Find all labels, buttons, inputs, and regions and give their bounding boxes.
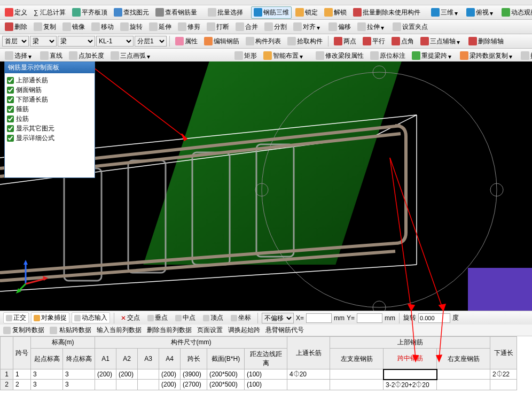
pt-angle-button[interactable]: 点角 (389, 35, 417, 48)
re-extract-button[interactable]: 重提梁跨▾ (409, 50, 456, 62)
cell[interactable]: (200) (159, 369, 181, 380)
cell[interactable] (330, 369, 384, 380)
col-start-elev[interactable]: 起点标高 (31, 349, 63, 369)
cell[interactable]: 1 (13, 369, 31, 380)
selected-cell[interactable] (384, 369, 437, 380)
cell[interactable] (287, 380, 330, 390)
dyn-input-toggle[interactable]: 动态输入 (72, 312, 110, 323)
cell[interactable]: (100) (245, 369, 287, 380)
col-left-sup[interactable]: 左支座钢筋 (330, 349, 384, 369)
col-dim[interactable]: 构件尺寸(mm) (95, 337, 287, 349)
extend-button[interactable]: 延伸 (146, 21, 174, 33)
adjust-start-button[interactable]: 调换起始跨 (228, 326, 260, 335)
col-mid-span[interactable]: 跨中钢筋 (384, 349, 437, 369)
three-pt-button[interactable]: 三点辅轴▾ (418, 35, 465, 48)
member-list-button[interactable]: 构件列表 (243, 35, 284, 48)
col-span-no[interactable]: 跨号 (13, 337, 31, 369)
col-a1[interactable]: A1 (95, 349, 116, 369)
del-aux-button[interactable]: 删除辅轴 (466, 35, 506, 48)
cell[interactable]: 2⏀22 (490, 369, 517, 380)
3d-viewport[interactable]: 钢筋显示控制面板 上部通长筋 侧面钢筋 下部通长筋 箍筋 拉筋 显示其它图元 显… (0, 61, 532, 311)
cell[interactable] (437, 380, 490, 390)
chk-other[interactable]: 显示其它图元 (7, 124, 92, 133)
cell[interactable]: 3 (63, 369, 95, 380)
ortho-toggle[interactable]: 正交 (3, 312, 29, 323)
osnap-toggle[interactable]: 对象捕捉 (31, 312, 69, 323)
cell[interactable]: 3 (31, 380, 63, 390)
cell[interactable] (437, 369, 490, 380)
offset-select[interactable]: 不偏移 (262, 313, 294, 323)
cell[interactable]: 3-2⏀20+2⏀20 (384, 380, 437, 390)
coord-snap[interactable]: 坐标 (228, 312, 254, 324)
paste-span-button[interactable]: 粘贴跨数据 (50, 326, 91, 335)
batch-recog-button[interactable]: 批量识别梁支座 (518, 50, 532, 62)
view-rebar-button[interactable]: 查看钢筋量 (153, 6, 200, 19)
cell[interactable]: (3900) (181, 369, 207, 380)
member-select[interactable]: KL-1 (96, 36, 134, 47)
trim-button[interactable]: 修剪 (175, 21, 203, 33)
category-select[interactable]: 梁 (30, 36, 57, 47)
rebar-3d-button[interactable]: 钢筋三维 (251, 6, 292, 19)
angle-input[interactable] (418, 313, 450, 323)
offset-button[interactable]: 偏移 (326, 21, 354, 33)
rotate-button[interactable]: 旋转 (118, 21, 145, 33)
batch-del-button[interactable]: 批量删除未使用构件 (350, 6, 423, 19)
top-view-button[interactable]: 俯视▾ (464, 6, 498, 19)
span-grid[interactable]: 跨号 标高(m) 构件尺寸(mm) 上通长筋 上部钢筋 下通长 起点标高 终点标… (0, 336, 532, 409)
input-col-button[interactable]: 输入当前列数据 (97, 326, 142, 335)
y-input[interactable] (357, 313, 382, 323)
cell[interactable] (116, 380, 138, 390)
mod-seg-button[interactable]: 修改梁段属性 (313, 50, 366, 62)
define-button[interactable]: 定义 (2, 6, 30, 19)
3d-button[interactable]: 三维▾ (428, 6, 463, 19)
align-button[interactable]: 对齐▾ (291, 21, 325, 33)
del-col-button[interactable]: 删除当前列数据 (147, 326, 192, 335)
copy-span-button[interactable]: 复制跨数据 (3, 326, 44, 335)
col-bot-cont[interactable]: 下通长 (490, 337, 517, 369)
cell[interactable]: (200*500) (207, 369, 245, 380)
cell[interactable]: (200) (95, 369, 116, 380)
col-a4[interactable]: A4 (159, 349, 181, 369)
col-edge-dist[interactable]: 距左边线距离 (245, 349, 287, 369)
level-button[interactable]: 平齐板顶 (69, 6, 110, 19)
parallel-button[interactable]: 平行 (360, 35, 388, 48)
cell[interactable] (138, 369, 159, 380)
cantilever-button[interactable]: 悬臂钢筋代号 (265, 326, 304, 335)
type-select[interactable]: 梁 (58, 36, 95, 47)
rect-button[interactable]: 矩形 (232, 50, 260, 62)
cell[interactable]: (100) (245, 380, 287, 390)
edit-rebar-button[interactable]: 编辑钢筋 (201, 35, 242, 48)
col-a2[interactable]: A2 (116, 349, 138, 369)
cross-snap[interactable]: ✕交点 (118, 312, 143, 324)
x-input[interactable] (306, 313, 332, 323)
cell[interactable]: 4⏀20 (287, 369, 330, 380)
layer-select[interactable]: 分层1 (135, 36, 167, 47)
perp-snap[interactable]: 垂点 (145, 312, 170, 324)
col-right-sup[interactable]: 右支座钢筋 (437, 349, 490, 369)
floor-select[interactable]: 首层 (2, 36, 29, 47)
col-span-len[interactable]: 跨长 (181, 349, 207, 369)
cell[interactable]: 3 (63, 380, 95, 390)
three-arc-button[interactable]: 三点画弧▾ (108, 50, 155, 62)
chk-formula[interactable]: 显示详细公式 (7, 134, 92, 143)
cell[interactable] (95, 380, 116, 390)
grip-button[interactable]: 设置夹点 (390, 21, 431, 33)
prop-button[interactable]: 属性 (173, 35, 200, 48)
mirror-button[interactable]: 镜像 (60, 21, 88, 33)
cell[interactable]: 3 (31, 369, 63, 380)
copy-button[interactable]: 复制 (31, 21, 59, 33)
delete-button[interactable]: 删除 (2, 21, 30, 33)
sum-button[interactable]: ∑ 汇总计算 (31, 6, 68, 19)
page-setup-button[interactable]: 页面设置 (197, 326, 223, 335)
chk-stirrup[interactable]: 箍筋 (7, 105, 92, 114)
pick-member-button[interactable]: 拾取构件 (285, 35, 325, 48)
table-row[interactable]: 2 2 3 3 (200) (2700) (200*500) (100) 3-2… (1, 380, 517, 390)
split-button[interactable]: 分割 (262, 21, 290, 33)
cell[interactable] (330, 380, 384, 390)
cell[interactable]: (200) (159, 380, 181, 390)
lock-button[interactable]: 锁定 (293, 6, 320, 19)
unlock-button[interactable]: 解锁 (322, 6, 349, 19)
cell[interactable] (138, 380, 159, 390)
move-button[interactable]: 移动 (89, 21, 116, 33)
col-a3[interactable]: A3 (138, 349, 159, 369)
